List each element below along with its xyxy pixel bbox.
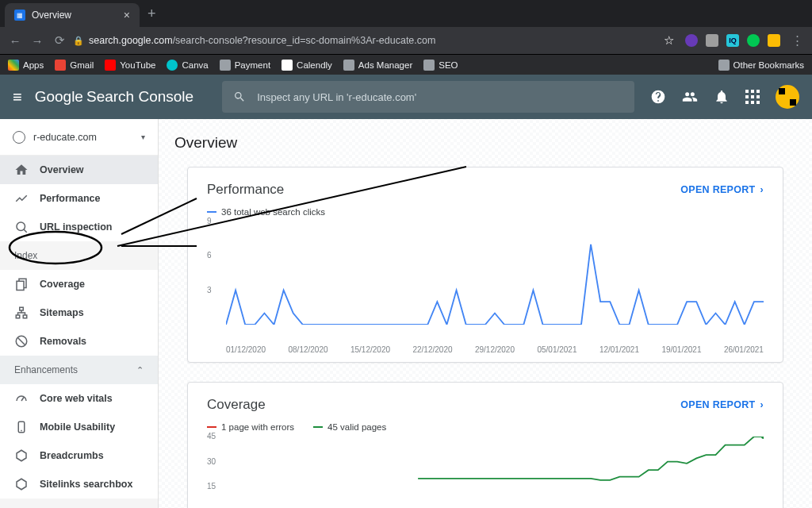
- other-bookmarks[interactable]: Other Bookmarks: [718, 60, 804, 71]
- menu-icon[interactable]: ⋮: [788, 32, 806, 49]
- people-icon[interactable]: [682, 89, 698, 105]
- xtick: 12/01/2021: [599, 345, 639, 354]
- ytick: 30: [207, 457, 216, 466]
- svg-marker-13: [17, 479, 26, 490]
- xtick: 01/12/2020: [226, 345, 266, 354]
- home-icon: [14, 163, 29, 177]
- xtick: 22/12/2020: [412, 345, 452, 354]
- url-icon: [14, 220, 29, 234]
- bk-calendly[interactable]: Calendly: [282, 60, 332, 71]
- header-actions: [650, 85, 799, 109]
- sidebar-item-removals[interactable]: Removals: [0, 327, 158, 356]
- svg-line-8: [18, 338, 25, 345]
- reload-icon[interactable]: ⟳: [51, 32, 68, 49]
- sidebar-item-overview[interactable]: Overview: [0, 156, 158, 184]
- perf-xaxis: 01/12/202008/12/202015/12/202022/12/2020…: [207, 345, 764, 354]
- sidebar-item-url-inspection[interactable]: URL inspection: [0, 213, 158, 241]
- hamburger-icon[interactable]: ≡: [13, 88, 22, 106]
- back-icon[interactable]: ←: [6, 32, 24, 49]
- help-icon[interactable]: [650, 89, 666, 105]
- url-field[interactable]: 🔒 search.google.com /search-console?reso…: [73, 35, 655, 46]
- inspect-url-input[interactable]: Inspect any URL in 'r-educate.com': [222, 81, 634, 113]
- removal-icon: [14, 334, 29, 348]
- sitemap-icon: [14, 306, 29, 320]
- bread-icon: [14, 448, 29, 463]
- sidebar-item-label: Mobile Usability: [40, 421, 115, 433]
- favicon-icon: ▦: [14, 10, 25, 21]
- apps-icon[interactable]: [745, 90, 760, 104]
- bk-youtube[interactable]: YouTube: [105, 60, 155, 71]
- sidebar-item-core-web-vitals[interactable]: Core web vitals: [0, 384, 158, 413]
- logo: Google Search Console: [35, 88, 193, 106]
- new-tab-button[interactable]: +: [140, 6, 164, 27]
- lock-icon: 🔒: [73, 36, 84, 46]
- chevron-right-icon: ›: [760, 399, 764, 410]
- perf-legend: 36 total web search clicks: [207, 207, 764, 217]
- ytick: 9: [207, 217, 212, 225]
- extensions-tray: ☆ IQ ⋮: [660, 32, 806, 49]
- xtick: 15/12/2020: [350, 345, 390, 354]
- ext-icon[interactable]: IQ: [726, 34, 739, 47]
- browser-tab[interactable]: ▦ Overview ×: [5, 3, 140, 27]
- svg-point-14: [761, 437, 764, 439]
- sidebar-item-label: Core web vitals: [40, 393, 113, 404]
- mobile-icon: [14, 420, 29, 434]
- content-area: Overview Performance OPEN REPORT› 36 tot…: [159, 119, 812, 508]
- sidebar-item-performance[interactable]: Performance: [0, 184, 158, 213]
- property-name: r-educate.com: [33, 132, 97, 143]
- bk-ads[interactable]: Ads Manager: [343, 60, 412, 71]
- sidebar-item-coverage[interactable]: Coverage: [0, 270, 158, 298]
- ext-icon[interactable]: [768, 34, 780, 47]
- sidebar-item-label: Sitelinks searchbox: [40, 479, 132, 490]
- sidebar-item-mobile-usability[interactable]: Mobile Usability: [0, 413, 158, 441]
- tab-title: Overview: [32, 10, 71, 21]
- property-selector[interactable]: r-educate.com ▾: [0, 119, 158, 156]
- coverage-card: Coverage OPEN REPORT› 1 page with errors…: [187, 382, 783, 508]
- open-report-link[interactable]: OPEN REPORT›: [680, 399, 764, 410]
- gauge-icon: [14, 391, 29, 406]
- ext-icon[interactable]: [747, 34, 760, 47]
- star-icon[interactable]: ☆: [660, 32, 677, 49]
- section-security[interactable]: Security & Manual Actions⌄: [0, 498, 158, 508]
- sitelinks-icon: [14, 477, 29, 491]
- section-enhancements[interactable]: Enhancements⌃: [0, 356, 158, 384]
- open-report-link[interactable]: OPEN REPORT›: [680, 184, 764, 195]
- svg-rect-6: [23, 315, 27, 318]
- sidebar-item-label: URL inspection: [40, 221, 112, 233]
- sidebar-item-sitemaps[interactable]: Sitemaps: [0, 298, 158, 327]
- ytick: 3: [207, 286, 212, 294]
- close-icon[interactable]: ×: [124, 9, 130, 21]
- cov-legend: 1 page with errors 45 valid pages: [207, 422, 764, 432]
- browser-chrome: ▦ Overview × + ← → ⟳ 🔒 search.google.com…: [0, 0, 812, 75]
- sidebar-item-sitelinks-searchbox[interactable]: Sitelinks searchbox: [0, 470, 158, 498]
- sidebar-item-label: Removals: [40, 336, 86, 347]
- ytick: 6: [207, 251, 212, 260]
- logo-google: Google: [35, 88, 83, 106]
- svg-rect-4: [20, 307, 24, 310]
- globe-icon: [13, 131, 25, 144]
- sidebar-item-breadcrumbs[interactable]: Breadcrumbs: [0, 441, 158, 470]
- bk-seo[interactable]: SEO: [423, 60, 458, 71]
- main-layout: r-educate.com ▾ OverviewPerformanceURL i…: [0, 119, 812, 508]
- bk-gmail[interactable]: Gmail: [55, 60, 94, 71]
- performance-card: Performance OPEN REPORT› 36 total web se…: [187, 167, 783, 363]
- ext-icon[interactable]: [685, 34, 698, 47]
- sidebar-item-label: Sitemaps: [40, 307, 84, 318]
- bk-apps[interactable]: Apps: [8, 60, 44, 71]
- svg-line-9: [21, 398, 24, 402]
- bk-payment[interactable]: Payment: [220, 60, 270, 71]
- sidebar-item-label: Overview: [40, 164, 84, 175]
- forward-icon[interactable]: →: [29, 32, 46, 49]
- xtick: 29/12/2020: [475, 345, 515, 354]
- bell-icon[interactable]: [714, 89, 730, 105]
- card-title: Performance: [207, 182, 284, 198]
- ext-icon[interactable]: [706, 34, 718, 47]
- avatar[interactable]: [776, 85, 799, 109]
- chevron-down-icon: ▾: [141, 133, 145, 141]
- xtick: 08/12/2020: [288, 345, 327, 354]
- bk-canva[interactable]: Canva: [167, 60, 208, 71]
- inspect-placeholder: Inspect any URL in 'r-educate.com': [257, 91, 416, 103]
- url-path: /search-console?resource_id=sc-domain%3A…: [173, 35, 436, 46]
- svg-point-0: [17, 222, 25, 231]
- chevron-right-icon: ›: [760, 184, 764, 195]
